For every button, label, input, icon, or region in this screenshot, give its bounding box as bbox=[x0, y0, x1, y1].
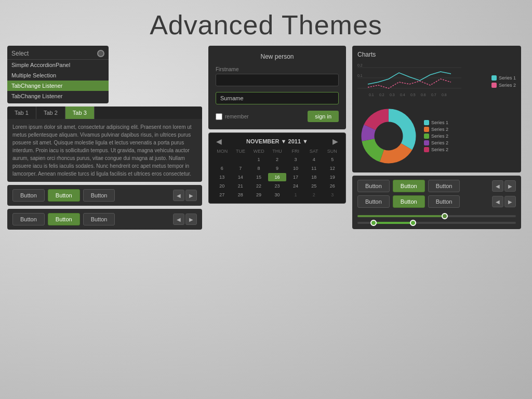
slider-1-track[interactable] bbox=[357, 215, 516, 217]
donut-swatch-5 bbox=[424, 147, 429, 152]
arrow-right-1[interactable]: ▶ bbox=[185, 190, 197, 201]
panels-container: Select Simple AccordionPanel Multiple Se… bbox=[0, 46, 532, 230]
svg-text:0.2: 0.2 bbox=[357, 63, 363, 67]
cal-day-11[interactable]: 11 bbox=[305, 164, 323, 172]
btns-row3-1: Button Button Button ◀ ▶ bbox=[357, 180, 516, 192]
arrow-left-2[interactable]: ◀ bbox=[173, 214, 184, 225]
cal-day-21[interactable]: 21 bbox=[231, 182, 249, 190]
select-header[interactable]: Select bbox=[7, 48, 109, 60]
btn-row1-3[interactable]: Button bbox=[83, 189, 115, 202]
p3-btn-r2-2[interactable]: Button bbox=[393, 195, 425, 208]
p3-btn-r1-2[interactable]: Button bbox=[393, 180, 425, 192]
cal-day-1[interactable]: 1 bbox=[250, 155, 268, 164]
arrow-right-2[interactable]: ▶ bbox=[185, 214, 197, 225]
p3-btn-r2-1[interactable]: Button bbox=[357, 195, 390, 208]
cal-day-2[interactable]: 2 bbox=[305, 191, 323, 199]
cal-day-26[interactable]: 26 bbox=[324, 182, 341, 190]
cal-day-28[interactable]: 28 bbox=[231, 191, 249, 199]
btn-row2-3[interactable]: Button bbox=[83, 213, 115, 225]
calendar-grid: 1234567891011121314151617181920212223242… bbox=[213, 155, 341, 199]
svg-point-18 bbox=[375, 123, 402, 150]
donut-chart-svg bbox=[357, 105, 420, 167]
series1-label: Series 1 bbox=[499, 75, 516, 81]
cal-day-23[interactable]: 23 bbox=[268, 182, 286, 190]
firstname-label: Firstname bbox=[216, 66, 339, 72]
arrow-left-1[interactable]: ◀ bbox=[173, 190, 184, 201]
select-item-1[interactable]: Simple AccordionPanel bbox=[7, 60, 109, 70]
cal-day-13[interactable]: 13 bbox=[213, 173, 231, 181]
cal-day-6[interactable]: 6 bbox=[213, 164, 231, 172]
surname-input[interactable] bbox=[216, 92, 339, 104]
cal-day-10[interactable]: 10 bbox=[287, 164, 304, 172]
select-item-2[interactable]: Multiple Selection bbox=[7, 70, 109, 81]
cal-prev-btn[interactable]: ◀ bbox=[213, 137, 225, 145]
p3-btn-r1-3[interactable]: Button bbox=[428, 180, 460, 192]
cal-next-btn[interactable]: ▶ bbox=[329, 137, 341, 145]
line-chart-svg: 0.2 0.1 0.1 0.2 0.3 0.4 0.5 0.6 0.7 0.8 bbox=[357, 62, 461, 99]
cal-day-15[interactable]: 15 bbox=[250, 173, 268, 181]
cal-day-24[interactable]: 24 bbox=[287, 182, 304, 190]
cal-day-4[interactable]: 4 bbox=[305, 155, 323, 164]
cal-day-1[interactable]: 1 bbox=[287, 191, 304, 199]
cal-day-[interactable] bbox=[231, 155, 249, 164]
btn-row2-1[interactable]: Button bbox=[12, 213, 45, 225]
cal-day-27[interactable]: 27 bbox=[213, 191, 231, 199]
btn-row1-2[interactable]: Button bbox=[48, 189, 80, 202]
svg-text:0.5: 0.5 bbox=[410, 93, 416, 97]
p3-arrow-left-1[interactable]: ◀ bbox=[492, 180, 503, 192]
cal-day-17[interactable]: 17 bbox=[287, 173, 304, 181]
btn-row2-2[interactable]: Button bbox=[48, 213, 80, 225]
tab-1[interactable]: Tab 1 bbox=[7, 107, 36, 119]
p3-arrow-right-2[interactable]: ▶ bbox=[504, 196, 516, 207]
donut-item-4: Series 2 bbox=[424, 140, 448, 145]
calendar-days-header: MON TUE WED THU FRI SAT SUN bbox=[213, 149, 341, 154]
cal-day-30[interactable]: 30 bbox=[268, 191, 286, 199]
cal-day-9[interactable]: 9 bbox=[268, 164, 286, 172]
signin-button[interactable]: sign in bbox=[308, 111, 339, 122]
cal-day-22[interactable]: 22 bbox=[250, 182, 268, 190]
cal-day-29[interactable]: 29 bbox=[250, 191, 268, 199]
p3-arrow-left-2[interactable]: ◀ bbox=[492, 196, 503, 207]
select-toggle-icon[interactable] bbox=[97, 50, 104, 57]
panel-charts: Charts 0.2 0.1 0.1 0.2 0.3 bbox=[352, 46, 521, 229]
tab-3[interactable]: Tab 3 bbox=[65, 107, 95, 119]
slider-2-fill bbox=[374, 222, 413, 224]
slider-1-thumb[interactable] bbox=[442, 213, 448, 219]
cal-day-[interactable] bbox=[213, 155, 231, 164]
tabs-panel: Tab 1 Tab 2 Tab 3 Lorem ipsum dolor sit … bbox=[7, 107, 202, 182]
cal-day-18[interactable]: 18 bbox=[305, 173, 323, 181]
cal-day-16[interactable]: 16 bbox=[268, 173, 286, 181]
slider-2-left-thumb[interactable] bbox=[370, 220, 377, 226]
p3-arrow-right-1[interactable]: ▶ bbox=[504, 180, 516, 192]
tab-2[interactable]: Tab 2 bbox=[36, 107, 65, 119]
button-row-2: Button Button Button ◀ ▶ bbox=[7, 209, 202, 230]
cal-day-8[interactable]: 8 bbox=[250, 164, 268, 172]
cal-day-14[interactable]: 14 bbox=[231, 173, 249, 181]
btns-row3-2: Button Button Button ◀ ▶ bbox=[357, 195, 516, 208]
remember-checkbox[interactable] bbox=[216, 113, 222, 120]
cal-day-3[interactable]: 3 bbox=[287, 155, 304, 164]
p3-btn-r2-3[interactable]: Button bbox=[428, 195, 460, 208]
p3-btn-r1-1[interactable]: Button bbox=[357, 180, 390, 192]
select-item-3[interactable]: TabChange Listener bbox=[7, 81, 109, 91]
cal-day-20[interactable]: 20 bbox=[213, 182, 231, 190]
donut-item-3: Series 2 bbox=[424, 134, 448, 139]
sliders-area bbox=[357, 212, 516, 225]
cal-day-3[interactable]: 3 bbox=[324, 191, 341, 199]
cal-day-25[interactable]: 25 bbox=[305, 182, 323, 190]
btns-panel3: Button Button Button ◀ ▶ Button Button B… bbox=[352, 176, 521, 229]
btn-row1-1[interactable]: Button bbox=[12, 189, 45, 202]
cal-day-12[interactable]: 12 bbox=[324, 164, 341, 172]
cal-day-5[interactable]: 5 bbox=[324, 155, 341, 164]
donut-label-1: Series 1 bbox=[431, 120, 448, 125]
slider-2-right-thumb[interactable] bbox=[410, 220, 416, 226]
cal-day-2[interactable]: 2 bbox=[268, 155, 286, 164]
select-item-4[interactable]: TabChange Listener bbox=[7, 91, 109, 101]
donut-item-2: Series 2 bbox=[424, 127, 448, 132]
cal-day-19[interactable]: 19 bbox=[324, 173, 341, 181]
firstname-input[interactable] bbox=[216, 74, 339, 86]
slider-2-track[interactable] bbox=[357, 222, 516, 224]
cal-day-7[interactable]: 7 bbox=[231, 164, 249, 172]
p3-arrow-btns-2: ◀ ▶ bbox=[492, 196, 516, 207]
svg-text:0.1: 0.1 bbox=[369, 93, 374, 97]
